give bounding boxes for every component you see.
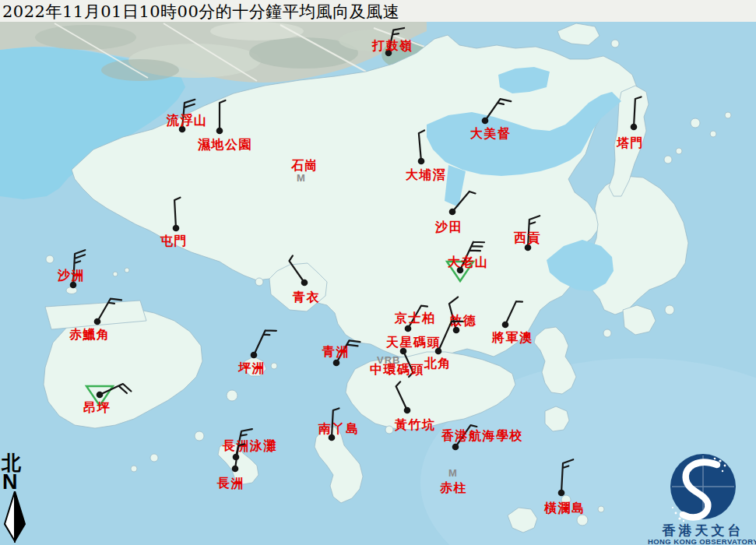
status-text: VRB bbox=[377, 354, 400, 366]
station-sai-kung: 西貢 bbox=[513, 216, 541, 251]
north-arrow-icon bbox=[2, 491, 28, 543]
station-lau-fau-shan: 流浮山 bbox=[166, 99, 208, 133]
station-dot bbox=[405, 325, 412, 332]
station-kings-park: 京士柏 bbox=[394, 304, 436, 332]
station-label: 西貢 bbox=[513, 231, 541, 245]
station-dot bbox=[301, 280, 308, 287]
station-label: 長洲泳灘 bbox=[222, 438, 277, 452]
station-label: 屯門 bbox=[160, 234, 188, 248]
station-tap-mun: 塔門 bbox=[616, 97, 644, 149]
stations-layer: 打鼓嶺流浮山濕地公園石崗M大美督塔門大埔滘屯門沙田西貢大老山沙洲青衣赤鱲角坪洲青… bbox=[0, 0, 756, 545]
station-dot bbox=[452, 444, 459, 451]
station-label: 赤柱 bbox=[439, 481, 467, 494]
station-label: 香港航海學校 bbox=[441, 428, 523, 442]
station-label: 南丫島 bbox=[318, 422, 360, 435]
station-dot bbox=[558, 490, 565, 497]
wind-barb bbox=[419, 130, 427, 161]
station-label: 京士柏 bbox=[394, 311, 436, 325]
station-sha-tin: 沙田 bbox=[434, 190, 476, 234]
station-label: 塔門 bbox=[616, 136, 644, 149]
station-shek-kong: 石崗M bbox=[290, 159, 318, 184]
station-label: 青衣 bbox=[292, 290, 320, 304]
station-dot bbox=[435, 348, 442, 355]
station-label: 沙田 bbox=[434, 220, 462, 234]
station-tseung-kwan-o: 將軍澳 bbox=[491, 299, 533, 344]
station-green-island: 青洲 bbox=[322, 337, 360, 368]
wind-barb bbox=[634, 97, 642, 127]
station-tsing-yi: 青衣 bbox=[288, 255, 320, 304]
station-hk-sea-school: 香港航海學校 bbox=[441, 424, 523, 451]
station-label: 北角 bbox=[424, 357, 452, 370]
station-dot bbox=[232, 466, 239, 473]
station-stanley: 赤柱M bbox=[439, 467, 467, 494]
station-label: 長洲 bbox=[216, 476, 244, 490]
station-label: 石崗 bbox=[290, 159, 318, 172]
station-label: 大美督 bbox=[470, 126, 512, 140]
station-tai-po-kau: 大埔滘 bbox=[406, 130, 447, 181]
station-peng-chau: 坪洲 bbox=[237, 326, 276, 374]
wind-barb bbox=[97, 295, 121, 327]
station-waglan-island: 橫瀾島 bbox=[543, 459, 585, 515]
station-dot bbox=[502, 322, 509, 329]
station-central-pier: 中環碼頭VRB bbox=[370, 354, 424, 377]
station-label: 黃竹坑 bbox=[394, 418, 436, 431]
station-dot bbox=[173, 225, 180, 232]
station-label: 將軍澳 bbox=[491, 331, 533, 344]
wind-barb bbox=[254, 326, 276, 359]
station-label: 濕地公園 bbox=[197, 138, 252, 152]
station-tuen-mun: 屯門 bbox=[160, 198, 188, 248]
station-dot bbox=[333, 360, 340, 367]
station-dot bbox=[418, 158, 425, 165]
station-dot bbox=[94, 318, 101, 325]
station-dot bbox=[631, 124, 638, 131]
station-label: 打鼓嶺 bbox=[371, 39, 413, 52]
wind-barb bbox=[452, 190, 476, 216]
station-wong-chuk-hang: 黃竹坑 bbox=[394, 382, 436, 431]
station-chek-lap-kok: 赤鱲角 bbox=[69, 295, 121, 341]
station-dot bbox=[453, 327, 460, 334]
station-dot bbox=[70, 282, 77, 289]
station-label: 天星碼頭 bbox=[385, 336, 441, 350]
station-dot bbox=[404, 407, 411, 414]
compass-north-en: N bbox=[2, 473, 33, 491]
station-label: 昂坪 bbox=[83, 401, 111, 414]
station-ta-kwu-ling: 打鼓嶺 bbox=[371, 26, 413, 56]
station-dot bbox=[97, 392, 104, 399]
wind-barb bbox=[174, 198, 182, 228]
station-label: 坪洲 bbox=[237, 361, 265, 374]
station-dot bbox=[449, 209, 456, 216]
station-lamma-island: 南丫島 bbox=[318, 408, 360, 441]
status-text: M bbox=[448, 467, 458, 479]
map-title: 2022年11月01日10時00分的十分鐘平均風向及風速 bbox=[2, 1, 399, 23]
station-dot bbox=[482, 118, 489, 125]
wind-barb bbox=[220, 100, 226, 131]
station-sha-chau: 沙洲 bbox=[57, 250, 85, 289]
station-kai-tak: 啟德 bbox=[448, 297, 476, 334]
station-label: 沙洲 bbox=[57, 269, 85, 282]
status-text: M bbox=[297, 172, 306, 184]
station-label: 赤鱲角 bbox=[69, 328, 111, 341]
wind-barb bbox=[561, 459, 573, 494]
station-tai-mei-tuk: 大美督 bbox=[470, 96, 512, 140]
wind-barb bbox=[395, 382, 412, 410]
station-ngong-ping: 昂坪 bbox=[83, 382, 131, 414]
wind-barb bbox=[485, 96, 511, 127]
north-compass: 北 N bbox=[2, 452, 33, 545]
station-label: 橫瀾島 bbox=[543, 501, 585, 515]
station-label: 啟德 bbox=[448, 314, 476, 327]
station-label: 大老山 bbox=[448, 255, 489, 269]
station-cheung-chau-beach: 長洲泳灘 bbox=[222, 427, 277, 460]
station-label: 大埔滘 bbox=[406, 167, 447, 181]
station-tates-cairn: 大老山 bbox=[447, 238, 489, 281]
station-label: 流浮山 bbox=[166, 113, 208, 127]
station-dot bbox=[251, 352, 258, 359]
station-label: 青洲 bbox=[322, 345, 350, 358]
wind-barb bbox=[288, 255, 309, 283]
station-dot bbox=[216, 128, 223, 135]
station-dot bbox=[525, 244, 532, 251]
